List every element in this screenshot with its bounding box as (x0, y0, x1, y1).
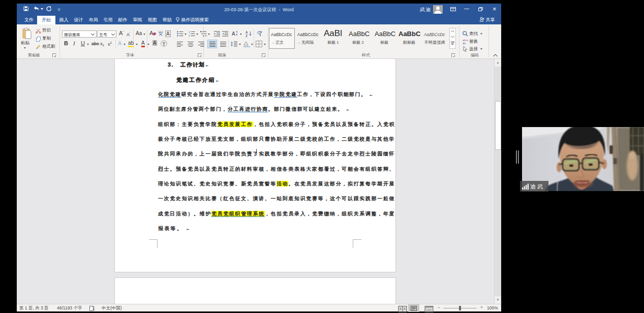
svg-text:2: 2 (189, 35, 190, 37)
svg-text:A: A (232, 31, 235, 37)
svg-text:ac: ac (463, 42, 466, 44)
svg-text:A: A (246, 30, 248, 34)
svg-text:1: 1 (189, 31, 190, 34)
svg-text:Z: Z (246, 34, 248, 37)
